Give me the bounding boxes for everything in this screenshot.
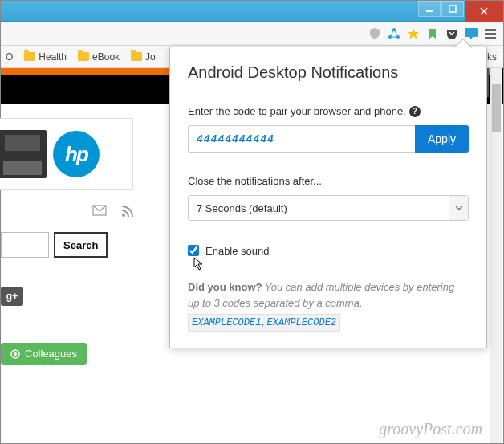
bookmark-folder-ebook[interactable]: eBook	[78, 51, 120, 63]
colleagues-button[interactable]: Colleagues	[1, 343, 87, 365]
svg-rect-5	[465, 28, 478, 37]
maximize-button[interactable]	[441, 1, 464, 17]
window-titlebar	[1, 1, 503, 22]
bookmark-item[interactable]: O	[6, 51, 13, 63]
pocket-icon[interactable]	[444, 26, 460, 42]
search-button[interactable]: Search	[54, 232, 108, 258]
enable-sound-checkbox[interactable]	[188, 245, 199, 256]
pair-code-input[interactable]	[188, 125, 415, 153]
shield-icon[interactable]	[367, 26, 383, 42]
svg-point-10	[14, 352, 17, 356]
svg-rect-0	[426, 10, 433, 12]
folder-icon	[131, 52, 142, 61]
bookmark-folder-health[interactable]: Health	[24, 51, 67, 63]
extension-popup: Android Desktop Notifications Enter the …	[169, 47, 487, 348]
watermark: groovyPost.com	[379, 420, 482, 438]
evernote-icon[interactable]	[425, 26, 441, 42]
star-icon[interactable]	[405, 26, 421, 42]
printer-image	[0, 130, 47, 178]
google-plus-button[interactable]: g+	[1, 287, 23, 306]
search-input[interactable]	[1, 232, 49, 258]
duration-select[interactable]: 7 Seconds (default)	[188, 195, 469, 221]
browser-toolbar	[1, 22, 503, 46]
extension-icon[interactable]	[386, 26, 402, 42]
hp-logo: hp	[53, 131, 100, 177]
ad-banner[interactable]: hp	[0, 118, 133, 190]
bookmark-folder-partial[interactable]: Jo	[131, 51, 156, 63]
cursor-icon	[193, 256, 205, 275]
pair-label: Enter the code to pair your browser and …	[188, 105, 406, 117]
vertical-scrollbar[interactable]	[490, 68, 502, 443]
email-icon[interactable]	[92, 205, 107, 221]
example-code: EXAMPLECODE1,EXAMPLECODE2	[188, 314, 340, 332]
close-after-label: Close the notifications after...	[188, 175, 322, 187]
popup-title: Android Desktop Notifications	[188, 63, 469, 82]
menu-button[interactable]	[482, 27, 498, 40]
svg-point-8	[122, 214, 125, 217]
folder-icon	[24, 52, 35, 61]
rss-icon[interactable]	[121, 205, 134, 221]
notifications-extension-icon[interactable]	[463, 26, 479, 42]
apply-button[interactable]: Apply	[415, 125, 469, 153]
presence-icon	[10, 349, 20, 359]
enable-sound-label: Enable sound	[205, 245, 270, 257]
help-icon[interactable]: ?	[409, 106, 421, 117]
folder-icon	[78, 52, 89, 61]
minimize-button[interactable]	[418, 1, 441, 17]
svg-rect-1	[449, 6, 456, 12]
tip-text: Did you know? You can add multiple devic…	[188, 279, 469, 332]
close-button[interactable]	[465, 1, 503, 22]
scrollbar-thumb[interactable]	[492, 84, 501, 132]
